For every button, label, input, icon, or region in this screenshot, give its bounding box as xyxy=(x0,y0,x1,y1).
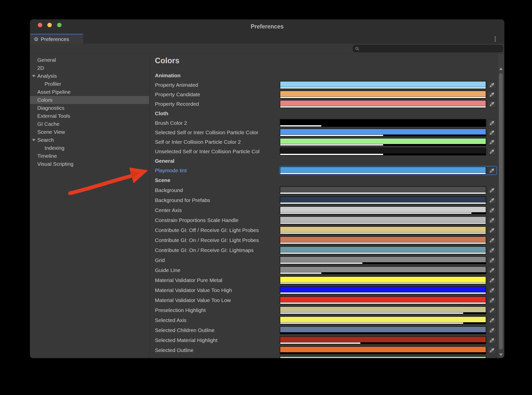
color-field xyxy=(280,216,496,224)
eyedropper-icon xyxy=(489,308,495,313)
eyedropper-button[interactable] xyxy=(488,236,496,244)
eyedropper-button[interactable] xyxy=(488,276,496,284)
eyedropper-button[interactable] xyxy=(488,346,496,354)
color-swatch[interactable] xyxy=(280,306,486,314)
color-swatch[interactable] xyxy=(280,196,486,204)
eyedropper-button[interactable] xyxy=(488,129,496,136)
color-swatch[interactable] xyxy=(280,296,486,304)
kebab-menu-icon[interactable] xyxy=(492,36,498,42)
color-row-self-or-inter-collision-particle-color-2: Self or Inter Collision Particle Color 2 xyxy=(149,137,504,147)
color-row-material-validator-value-too-low: Material Validator Value Too Low xyxy=(149,295,504,305)
color-swatch[interactable] xyxy=(280,346,486,354)
eyedropper-button[interactable] xyxy=(488,148,496,155)
search-field[interactable] xyxy=(353,45,503,52)
sidebar-item-diagnostics[interactable]: Diagnostics xyxy=(30,104,149,112)
sidebar-item-visual-scripting[interactable]: Visual Scripting xyxy=(30,160,149,168)
eyedropper-button[interactable] xyxy=(488,100,496,108)
tab-label: Preferences xyxy=(41,36,69,42)
eyedropper-button[interactable] xyxy=(488,306,496,314)
eyedropper-button[interactable] xyxy=(488,226,496,234)
color-swatch[interactable] xyxy=(280,186,486,194)
scroll-down-icon[interactable] xyxy=(499,354,503,356)
sidebar-item-2d[interactable]: 2D xyxy=(30,64,149,72)
color-swatch[interactable] xyxy=(280,266,486,274)
section-header: Animation xyxy=(155,72,181,78)
eyedropper-button[interactable] xyxy=(488,91,496,98)
color-swatch[interactable] xyxy=(280,276,486,284)
scrollbar-thumb[interactable] xyxy=(499,73,503,350)
sidebar-item-label: Visual Scripting xyxy=(37,160,73,168)
color-row-ui-collider-handle: UI Collider Handle xyxy=(149,355,504,358)
sidebar-item-analysis[interactable]: Analysis xyxy=(30,72,149,80)
color-swatch[interactable] xyxy=(280,206,486,214)
eyedropper-button[interactable] xyxy=(488,196,496,204)
eyedropper-button[interactable] xyxy=(488,286,496,294)
color-swatch[interactable] xyxy=(280,90,486,98)
color-swatch[interactable] xyxy=(280,148,486,156)
eyedropper-button[interactable] xyxy=(488,81,496,89)
color-swatch[interactable] xyxy=(280,246,486,254)
eyedropper-button[interactable] xyxy=(488,186,496,194)
color-row-label: Selected Children Outline xyxy=(155,327,214,333)
eyedropper-button[interactable] xyxy=(488,216,496,224)
color-swatch[interactable] xyxy=(280,236,486,244)
sidebar-item-indexing[interactable]: Indexing xyxy=(30,144,149,152)
eyedropper-button[interactable] xyxy=(488,326,496,334)
color-swatch[interactable] xyxy=(280,138,486,146)
eyedropper-button[interactable] xyxy=(488,316,496,324)
color-swatch[interactable] xyxy=(280,336,486,344)
sidebar-item-general[interactable]: General xyxy=(30,56,149,64)
eyedropper-button[interactable] xyxy=(488,119,496,127)
color-field xyxy=(280,148,496,156)
search-input[interactable] xyxy=(359,46,495,52)
color-swatch[interactable] xyxy=(280,81,486,89)
eyedropper-button[interactable] xyxy=(488,296,496,304)
sidebar-item-external-tools[interactable]: External Tools xyxy=(30,112,149,120)
color-swatch[interactable] xyxy=(280,166,486,174)
color-row-selected-axis: Selected Axis xyxy=(149,315,504,325)
eyedropper-button[interactable] xyxy=(488,356,496,358)
color-row-label: Selected Self or Inter Collision Particl… xyxy=(155,130,258,136)
sidebar-item-scene-view[interactable]: Scene View xyxy=(30,128,149,136)
color-swatch[interactable] xyxy=(280,216,486,224)
eyedropper-button[interactable] xyxy=(488,266,496,274)
sidebar-item-gi-cache[interactable]: GI Cache xyxy=(30,120,149,128)
color-swatch[interactable] xyxy=(280,316,486,324)
eyedropper-button[interactable] xyxy=(488,206,496,214)
eyedropper-button[interactable] xyxy=(488,336,496,344)
sidebar-item-profiler[interactable]: Profiler xyxy=(30,80,149,88)
sidebar-item-colors[interactable]: Colors xyxy=(30,96,149,104)
sidebar-item-label: Analysis xyxy=(37,72,57,80)
color-row-playmode-tint: Playmode tint xyxy=(149,166,504,175)
color-swatch[interactable] xyxy=(280,326,486,334)
color-field xyxy=(280,90,496,98)
tab-preferences[interactable]: ⚙︎ Preferences xyxy=(30,34,83,44)
color-swatch[interactable] xyxy=(280,100,486,108)
vertical-scrollbar[interactable] xyxy=(498,54,504,358)
color-swatch[interactable] xyxy=(280,226,486,234)
color-swatch[interactable] xyxy=(280,286,486,294)
eyedropper-button[interactable] xyxy=(488,256,496,264)
scroll-up-icon[interactable] xyxy=(499,68,503,70)
sidebar-item-search[interactable]: Search xyxy=(30,136,149,144)
eyedropper-button[interactable] xyxy=(488,167,496,174)
expander-triangle-icon[interactable] xyxy=(32,139,36,141)
color-row-property-candidate: Property Candidate xyxy=(149,90,504,99)
sidebar-item-asset-pipeline[interactable]: Asset Pipeline xyxy=(30,88,149,96)
color-swatch[interactable] xyxy=(280,119,486,127)
color-swatch[interactable] xyxy=(280,256,486,264)
color-swatch[interactable] xyxy=(280,128,486,136)
eyedropper-button[interactable] xyxy=(488,246,496,254)
color-row-selected-outline: Selected Outline xyxy=(149,345,504,355)
color-swatch[interactable] xyxy=(280,356,486,358)
sidebar-item-timeline[interactable]: Timeline xyxy=(30,152,149,160)
color-field xyxy=(280,326,496,334)
eyedropper-icon xyxy=(489,338,495,343)
expander-triangle-icon[interactable] xyxy=(32,75,36,77)
color-field xyxy=(280,306,496,314)
eyedropper-button[interactable] xyxy=(488,138,496,146)
color-row-label: UI Collider Handle xyxy=(155,357,197,358)
color-row-selected-self-or-inter-collision-particle-color: Selected Self or Inter Collision Particl… xyxy=(149,128,504,137)
color-row-label: Property Animated xyxy=(155,82,198,88)
eyedropper-icon xyxy=(489,248,495,253)
